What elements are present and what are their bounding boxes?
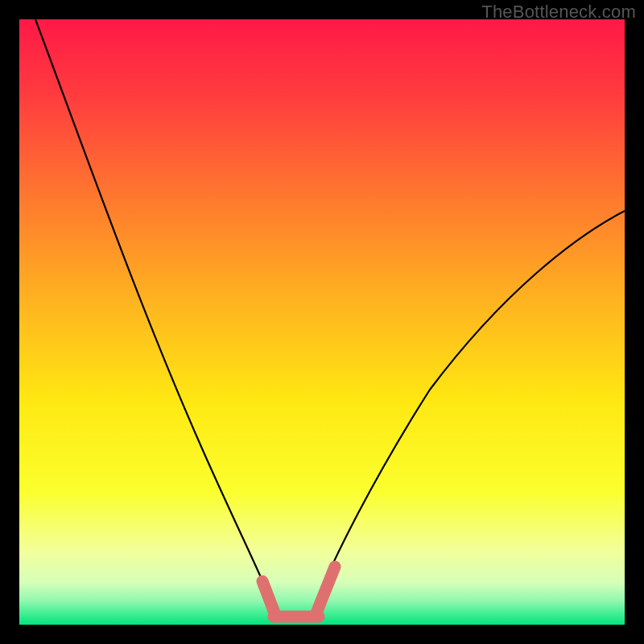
trough-right-segment <box>316 567 335 615</box>
curve-layer <box>19 19 625 625</box>
trough-left-segment <box>262 581 275 615</box>
right-curve <box>314 211 625 607</box>
chart-area <box>19 19 625 625</box>
left-curve <box>35 19 274 607</box>
